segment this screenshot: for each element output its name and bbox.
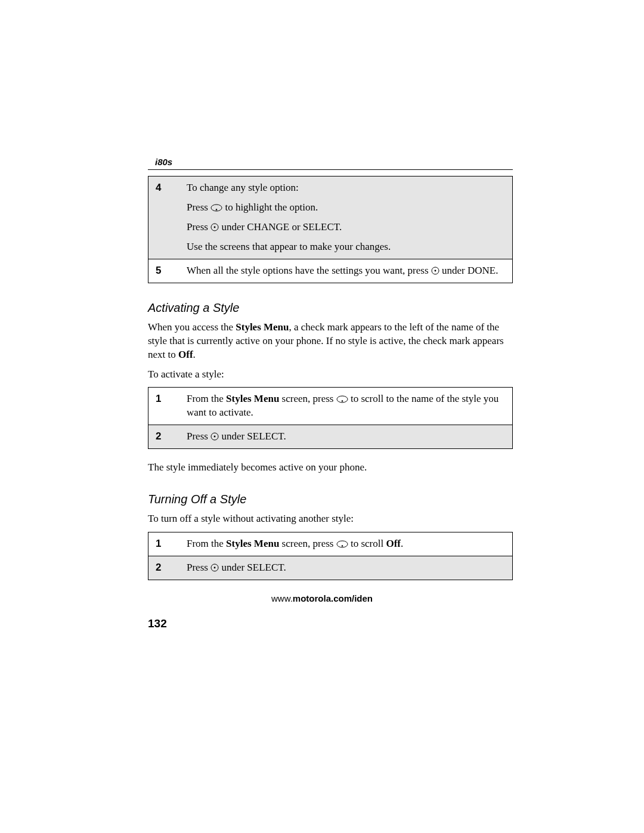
svg-point-11: [342, 545, 343, 546]
table-row: 2Press under SELECT.: [148, 425, 513, 449]
scroll-key-icon: [336, 540, 348, 548]
step-number: 2: [148, 425, 180, 449]
step-number: 5: [148, 259, 180, 283]
step-content: Press under SELECT.: [179, 556, 513, 580]
svg-point-13: [214, 567, 216, 569]
step-content: When all the style options have the sett…: [179, 259, 513, 283]
footer-url: www.motorola.com/iden: [0, 593, 644, 603]
table-row: 1From the Styles Menu screen, press to s…: [148, 388, 513, 425]
svg-point-9: [214, 436, 216, 438]
step-content: Press under SELECT.: [179, 425, 513, 449]
step-number: 4: [148, 176, 180, 259]
body-text: To turn off a style without activating a…: [148, 512, 513, 526]
scroll-key-icon: [336, 395, 348, 403]
body-text: The style immediately becomes active on …: [148, 461, 513, 475]
step-content: From the Styles Menu screen, press to sc…: [179, 388, 513, 425]
section-heading-activating: Activating a Style: [148, 301, 513, 315]
table-row: 2Press under SELECT.: [148, 556, 513, 580]
softkey-icon: [210, 432, 219, 441]
softkey-icon: [210, 563, 219, 572]
step-number: 2: [148, 556, 180, 580]
steps-table-activate: 1From the Styles Menu screen, press to s…: [148, 387, 513, 449]
table-row: 1From the Styles Menu screen, press to s…: [148, 532, 513, 556]
step-content: From the Styles Menu screen, press to sc…: [179, 532, 513, 556]
table-row: 4To change any style option:Press to hig…: [148, 176, 513, 259]
header-divider: [148, 169, 513, 170]
section-heading-turning-off: Turning Off a Style: [148, 493, 513, 506]
body-text: When you access the Styles Menu, a check…: [148, 321, 513, 362]
step-number: 1: [148, 388, 180, 425]
softkey-icon: [210, 223, 219, 231]
body-text: To activate a style:: [148, 368, 513, 382]
page-number: 132: [148, 617, 167, 630]
svg-point-5: [434, 270, 436, 271]
step-content: To change any style option:Press to high…: [179, 176, 513, 259]
softkey-icon: [431, 267, 439, 275]
svg-point-1: [216, 209, 217, 210]
svg-point-7: [342, 400, 343, 401]
scroll-key-icon: [210, 204, 222, 212]
running-header: i80s: [148, 157, 513, 167]
steps-table-continued: 4To change any style option:Press to hig…: [148, 176, 513, 283]
steps-table-turnoff: 1From the Styles Menu screen, press to s…: [148, 532, 513, 580]
table-row: 5When all the style options have the set…: [148, 259, 513, 283]
svg-point-3: [214, 227, 216, 228]
step-number: 1: [148, 532, 180, 556]
